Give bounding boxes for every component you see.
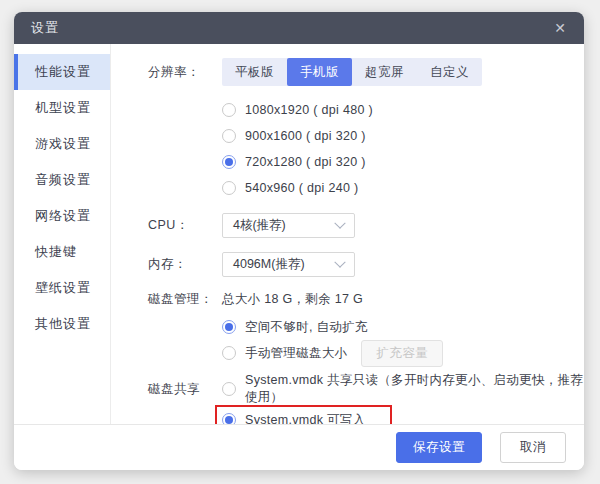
resolution-option-900[interactable]: 900x1600 ( dpi 320 ) [222, 123, 373, 149]
resolution-options: 1080x1920 ( dpi 480 ) 900x1600 ( dpi 320… [148, 97, 584, 201]
radio-share-writable[interactable] [222, 413, 236, 424]
radio-900[interactable] [222, 129, 236, 143]
settings-dialog: 设置 ✕ 性能设置 机型设置 游戏设置 音频设置 网络设置 快捷键 壁纸设置 其… [14, 12, 584, 470]
cpu-select[interactable]: 4核(推荐) [222, 213, 355, 238]
disk-share-readonly-option[interactable]: System.vmdk 共享只读（多开时内存更小、启动更快，推荐使用） [222, 376, 584, 402]
close-icon[interactable]: ✕ [550, 19, 570, 37]
sidebar-item-wallpaper[interactable]: 壁纸设置 [14, 270, 110, 306]
disk-auto-expand-option[interactable]: 空间不够时, 自动扩充 [222, 314, 584, 340]
expand-capacity-button[interactable]: 扩充容量 [361, 340, 443, 367]
radio-720[interactable] [222, 155, 236, 169]
chevron-down-icon [334, 217, 345, 228]
disk-management-row: 磁盘管理： 总大小 18 G，剩余 17 G [148, 291, 584, 308]
cancel-button[interactable]: 取消 [500, 432, 566, 463]
resolution-option-720[interactable]: 720x1280 ( dpi 320 ) [222, 149, 373, 175]
sidebar-item-performance[interactable]: 性能设置 [14, 54, 110, 90]
memory-row: 内存： 4096M(推荐) [148, 252, 584, 277]
cpu-row: CPU： 4核(推荐) [148, 213, 584, 238]
resolution-row: 分辨率： 平板版 手机版 超宽屏 自定义 [148, 58, 584, 86]
save-settings-button[interactable]: 保存设置 [396, 432, 482, 463]
tab-ultrawide[interactable]: 超宽屏 [352, 58, 417, 86]
radio-manual-disk[interactable] [222, 346, 236, 360]
performance-settings-panel: 分辨率： 平板版 手机版 超宽屏 自定义 1080x1920 ( dpi 480… [111, 44, 584, 424]
disk-manual-option[interactable]: 手动管理磁盘大小 扩充容量 [222, 340, 584, 366]
radio-auto-expand[interactable] [222, 320, 236, 334]
sidebar-item-other[interactable]: 其他设置 [14, 306, 110, 342]
sidebar-item-audio[interactable]: 音频设置 [14, 162, 110, 198]
disk-share-writable-option[interactable]: System.vmdk 可写入 [222, 410, 366, 424]
footer: 保存设置 取消 [14, 424, 584, 470]
sidebar-item-device-model[interactable]: 机型设置 [14, 90, 110, 126]
memory-label: 内存： [148, 256, 222, 273]
sidebar-item-game[interactable]: 游戏设置 [14, 126, 110, 162]
tab-custom[interactable]: 自定义 [417, 58, 482, 86]
radio-540[interactable] [222, 181, 236, 195]
tab-phone[interactable]: 手机版 [287, 58, 352, 86]
radio-share-readonly[interactable] [222, 382, 236, 396]
disk-management-label: 磁盘管理： [148, 291, 222, 308]
chevron-down-icon [334, 256, 345, 267]
sidebar-item-network[interactable]: 网络设置 [14, 198, 110, 234]
disk-share-row: 磁盘共享 System.vmdk 共享只读（多开时内存更小、启动更快，推荐使用）… [148, 376, 584, 424]
sidebar-item-hotkeys[interactable]: 快捷键 [14, 234, 110, 270]
titlebar: 设置 ✕ [14, 12, 584, 44]
resolution-label: 分辨率： [148, 64, 222, 81]
radio-1080[interactable] [222, 103, 236, 117]
resolution-tab-group: 平板版 手机版 超宽屏 自定义 [222, 58, 482, 86]
resolution-option-540[interactable]: 540x960 ( dpi 240 ) [222, 175, 373, 201]
dialog-title: 设置 [31, 19, 59, 37]
memory-select[interactable]: 4096M(推荐) [222, 252, 355, 277]
tab-tablet[interactable]: 平板版 [222, 58, 287, 86]
disk-size-summary: 总大小 18 G，剩余 17 G [222, 291, 363, 308]
resolution-option-1080[interactable]: 1080x1920 ( dpi 480 ) [222, 97, 373, 123]
cpu-label: CPU： [148, 217, 222, 234]
disk-share-label: 磁盘共享 [148, 381, 222, 398]
sidebar: 性能设置 机型设置 游戏设置 音频设置 网络设置 快捷键 壁纸设置 其他设置 [14, 44, 111, 424]
annotation-red-box: System.vmdk 可写入 [215, 405, 392, 424]
